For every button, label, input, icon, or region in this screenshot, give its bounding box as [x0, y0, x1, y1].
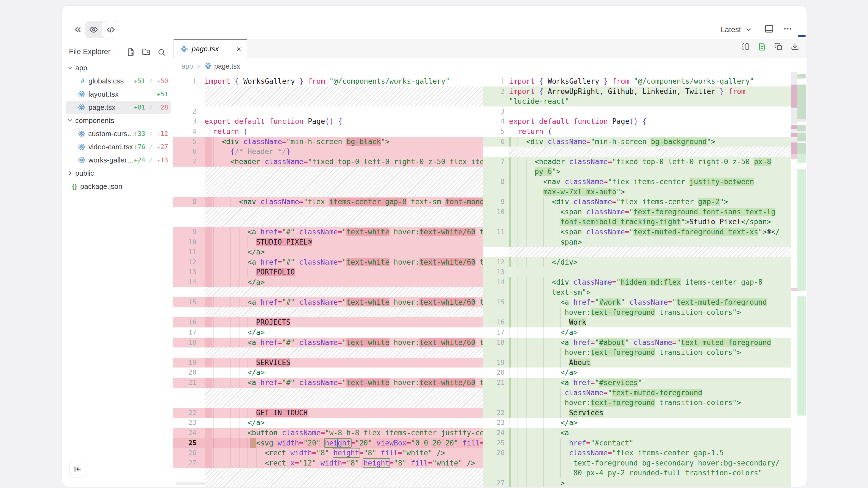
diff-line-removed[interactable]: 25<svg width="20" height="20" viewBox="0…	[173, 438, 483, 448]
code-text: <a href="#" className="text-white hover:…	[205, 227, 483, 237]
diff-line-removed[interactable]: 13PORTFOLIO	[173, 267, 483, 277]
diff-line-removed[interactable]: 18<a href="#" className="text-white hove…	[173, 337, 483, 348]
diff-line-added[interactable]: 16Work	[483, 317, 792, 327]
sidebar-file-globals.css[interactable]: #globals.css+51 / -50	[66, 74, 171, 88]
diff-line-removed[interactable]: 22GET IN TOUCH	[173, 408, 483, 418]
diff-line-removed[interactable]: 11</a>	[173, 247, 483, 257]
diff-line-context[interactable]: 20</a>	[173, 367, 483, 378]
diff-line-added[interactable]: py-6">	[483, 167, 792, 177]
close-icon[interactable]: ×	[236, 45, 241, 53]
sidebar-folder-public[interactable]: public	[66, 167, 171, 180]
version-dropdown[interactable]: Latest	[721, 23, 752, 36]
diff-line-added[interactable]: hover:text-foreground transition-colors"…	[483, 307, 792, 318]
diff-line-removed[interactable]: 24<button className="w-8 h-8 flex items-…	[173, 428, 483, 438]
diff-line-added[interactable]: className="text-muted-foreground	[483, 388, 792, 398]
diff-line-added[interactable]: text-sm">	[483, 287, 792, 297]
new-file-button[interactable]	[127, 48, 135, 56]
diff-line-context[interactable]: 1import { WorksGallery } from "@/compone…	[483, 76, 792, 87]
new-folder-button[interactable]	[142, 48, 150, 56]
diff-line-added[interactable]: 25href="#contact"	[483, 438, 792, 448]
preview-toggle-button[interactable]	[85, 21, 102, 38]
diff-line-context[interactable]: 2	[173, 106, 483, 117]
diff-line-added[interactable]: font-semibold tracking-tight">Studio Pix…	[483, 217, 792, 227]
sidebar-file-page.tsx[interactable]: page.tsx+81 / -28	[66, 101, 171, 114]
diff-line-context[interactable]: 3	[483, 106, 792, 117]
diff-line-removed[interactable]: 12<a href="#" className="text-white hove…	[173, 257, 483, 267]
minimap-scrollbar-track[interactable]	[807, 74, 807, 487]
diff-line-context[interactable]: 23</a>	[173, 418, 483, 428]
diff-line-context[interactable]: 5return (	[483, 127, 792, 137]
sidebar-file-custom-curs[interactable]: custom-curs…+33 / -12	[66, 127, 171, 140]
diff-line-removed[interactable]: 26<rect width="8" height="8" fill="white…	[173, 448, 483, 458]
diff-line-added[interactable]: 9<div className="flex items-center gap-2…	[483, 197, 792, 207]
breadcrumb-folder[interactable]: app	[182, 62, 193, 70]
sidebar-folder-components[interactable]: components	[66, 114, 171, 127]
diff-line-removed[interactable]: 27<rect x="12" width="8" height="8" fill…	[173, 458, 483, 468]
tab-page-tsx[interactable]: page.tsx ×	[174, 39, 247, 59]
diff-line-removed[interactable]: 15<a href="#" className="text-white hove…	[173, 297, 483, 307]
diff-line-removed[interactable]: 5<div className="min-h-screen bg-black">	[173, 137, 483, 147]
diff-pane-original[interactable]: 1import { WorksGallery } from "@/compone…	[173, 74, 483, 487]
diff-line-context[interactable]: 23</a>	[483, 418, 792, 428]
download-icon[interactable]	[791, 42, 799, 51]
diff-line-removed[interactable]: 7<header className="fixed top-0 left-0 r…	[173, 157, 483, 167]
breadcrumb-file[interactable]: page.tsx	[214, 62, 240, 70]
diff-line-added[interactable]: hover:text-foreground transition-colors"…	[483, 398, 792, 408]
diff-line-added[interactable]: 12</div>	[483, 257, 792, 267]
sidebar-file-package.json[interactable]: {}package.json	[66, 180, 171, 193]
diff-line-added[interactable]: 26className="flex items-center gap-1.5	[483, 448, 792, 458]
diff-line-added[interactable]: max-w-7xl mx-auto">	[483, 187, 792, 197]
sidebar-file-works-galler[interactable]: works-galler…+24 / -13	[66, 154, 171, 167]
diff-line-context[interactable]: 1import { WorksGallery } from "@/compone…	[173, 76, 483, 87]
diff-line-added[interactable]: 13	[483, 267, 792, 277]
split-view-icon[interactable]	[741, 42, 750, 51]
diff-line-added[interactable]: 24<a	[483, 428, 792, 438]
diff-line-added[interactable]: 27>	[483, 478, 792, 487]
diff-line-added[interactable]: 22Services	[483, 408, 792, 418]
diff-line-removed[interactable]: 16PROJECTS	[173, 317, 483, 327]
diff-line-context[interactable]: 17</a>	[483, 327, 792, 337]
more-options-button[interactable]	[783, 24, 793, 34]
diff-line-added[interactable]: 11<span className="text-muted-foreground…	[483, 227, 792, 237]
diff-line-removed[interactable]: 10STUDIO PIXEL®	[173, 237, 483, 247]
search-icon[interactable]	[157, 48, 166, 56]
sidebar-file-layout.tsx[interactable]: layout.tsx+51	[66, 88, 171, 101]
file-diff-icon[interactable]	[758, 42, 766, 51]
diff-line-added[interactable]: 7<header className="fixed top-0 left-0 r…	[483, 157, 792, 167]
sidebar-folder-app[interactable]: app	[66, 61, 171, 74]
diff-line-added[interactable]: "lucide-react"	[483, 96, 792, 106]
diff-line-added[interactable]: 15<a href="#work" className="text-muted-…	[483, 297, 792, 307]
diff-line-added[interactable]: 6<div className="min-h-screen bg-backgro…	[483, 137, 792, 147]
diff-line-added[interactable]: hover:text-foreground transition-colors"…	[483, 348, 792, 358]
panel-bottom-button[interactable]	[764, 24, 774, 34]
diff-line-removed[interactable]: 14</a>	[173, 277, 483, 287]
diff-minimap[interactable]	[792, 74, 807, 487]
diff-line-added[interactable]: 19About	[483, 358, 792, 368]
diff-line-removed[interactable]: 9<a href="#" className="text-white hover…	[173, 227, 483, 237]
sidebar-file-video-card.tsx[interactable]: video-card.tsx+76 / -27	[66, 140, 171, 154]
diff-line-added[interactable]: 14<div className="hidden md:flex items-c…	[483, 277, 792, 287]
diff-line-added[interactable]: 10<span className="text-foreground font-…	[483, 207, 792, 217]
diff-line-context[interactable]: 17</a>	[173, 327, 483, 337]
diff-line-context[interactable]: 4return (	[173, 127, 483, 137]
diff-line-removed[interactable]: 19SERVICES	[173, 358, 483, 368]
diff-line-added[interactable]: 21<a href="#services"	[483, 378, 792, 388]
collapse-sidebar-button[interactable]	[69, 461, 86, 477]
diff-line-context[interactable]: 20</a>	[483, 367, 792, 378]
diff-line-added[interactable]: 2import { ArrowUpRight, Github, Linkedin…	[483, 87, 792, 97]
line-number: 7	[483, 157, 509, 167]
copy-icon[interactable]	[774, 42, 782, 51]
diff-line-removed[interactable]: 8<nav className="flex items-center gap-8…	[173, 197, 483, 207]
diff-line-context[interactable]: 3export default function Page() {	[173, 117, 483, 127]
diff-pane-modified[interactable]: 1import { WorksGallery } from "@/compone…	[483, 74, 792, 487]
diff-line-context[interactable]: 4export default function Page() {	[483, 117, 792, 127]
diff-line-added[interactable]: 18<a href="#about" className="text-muted…	[483, 337, 792, 348]
diff-line-added[interactable]: 8<nav className="flex items-center justi…	[483, 177, 792, 187]
code-toggle-button[interactable]	[102, 21, 119, 38]
collapse-panel-button[interactable]	[71, 21, 84, 39]
diff-line-added[interactable]: 80 px-4 py-2 rounded-full transition-col…	[483, 468, 792, 478]
diff-line-removed[interactable]: 6{/* Header */}	[173, 147, 483, 157]
diff-line-added[interactable]: span>	[483, 237, 792, 247]
diff-line-removed[interactable]: 21<a href="#" className="text-white hove…	[173, 378, 483, 388]
diff-line-added[interactable]: text-foreground bg-secondary hover:bg-se…	[483, 458, 792, 468]
